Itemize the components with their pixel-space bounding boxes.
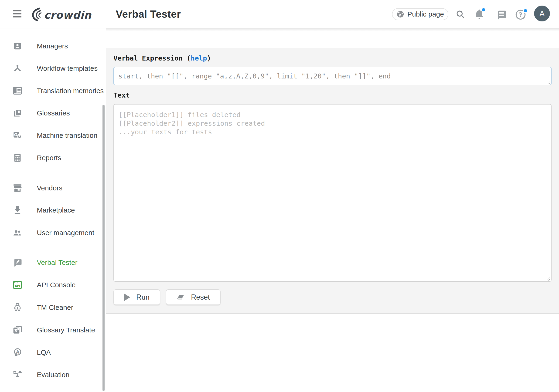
verbal-tester-panel: Verbal Expression (help) start, then "[[…: [106, 48, 559, 314]
sidebar-item-glossaries[interactable]: Glossaries: [0, 105, 102, 121]
svg-text:crowdin: crowdin: [44, 9, 92, 21]
sidebar-item-label: Workflow templates: [37, 64, 98, 73]
sidebar-item-machine-translation[interactable]: G Machine translation: [0, 128, 102, 143]
play-icon: [124, 293, 130, 301]
sidebar-item-label: Reports: [37, 154, 61, 162]
sidebar-item-reports[interactable]: Reports: [0, 150, 102, 165]
expression-label-suffix: ): [207, 54, 211, 62]
globe-icon: [396, 10, 404, 18]
sidebar-item-label: Translation memories: [37, 87, 104, 95]
notifications-icon[interactable]: [474, 8, 485, 20]
calculator-icon: [13, 153, 22, 163]
sidebar-item-label: Glossary Translate: [37, 326, 95, 334]
svg-text:API: API: [15, 284, 20, 288]
download-icon: [13, 206, 22, 215]
sidebar-item-label: Marketplace: [37, 206, 75, 214]
text-placeholder-line: [[Placeholder1]] files deleted: [119, 110, 551, 119]
header-shadow: [106, 28, 559, 31]
sidebar-item-api-console[interactable]: API API Console: [0, 277, 102, 293]
main-content: Verbal Expression (help) start, then "[[…: [106, 28, 559, 392]
public-page-button[interactable]: Public page: [392, 8, 448, 20]
text-caret: [118, 72, 118, 81]
help-link[interactable]: help: [191, 54, 207, 62]
expression-label-prefix: Verbal Expression (: [113, 54, 191, 62]
sidebar-divider: [10, 174, 90, 174]
sidebar-item-tm-cleaner[interactable]: TM Cleaner: [0, 300, 102, 315]
sidebar-scrollbar[interactable]: [102, 105, 105, 391]
expression-input[interactable]: start, then "[[", range "a,z,A,Z,0,9", l…: [113, 67, 551, 85]
svg-text:?: ?: [519, 11, 522, 18]
balance-icon: [13, 370, 22, 379]
resize-grip[interactable]: [547, 277, 550, 281]
test-tube-bubble-icon: [13, 258, 22, 267]
search-icon[interactable]: [455, 9, 465, 19]
sidebar-item-label: API Console: [37, 281, 76, 289]
sidebar-item-label: Verbal Tester: [37, 259, 78, 266]
sidebar-item-label: TM Cleaner: [37, 303, 73, 311]
button-row: Run Reset: [113, 289, 221, 305]
avatar[interactable]: A: [534, 6, 550, 21]
workflow-icon: [13, 64, 22, 73]
sidebar-item-vendors[interactable]: Vendors: [0, 180, 102, 196]
text-placeholder-line: ...your texts for tests: [119, 128, 551, 137]
reset-button-label: Reset: [191, 293, 210, 301]
sidebar-item-evaluation[interactable]: Evaluation: [0, 367, 102, 383]
text-input[interactable]: [[Placeholder1]] files deleted [[Placeho…: [113, 104, 551, 282]
run-button[interactable]: Run: [113, 289, 160, 305]
sidebar-item-user-management[interactable]: User management: [0, 225, 102, 240]
g-translate-icon: G: [13, 131, 22, 140]
brush-icon: [13, 303, 22, 312]
sidebar-item-managers[interactable]: Managers: [0, 38, 102, 54]
svg-text:A: A: [16, 349, 19, 355]
crowdin-logo[interactable]: crowdin: [29, 7, 97, 22]
help-badge: [523, 8, 528, 13]
sidebar-item-marketplace[interactable]: Marketplace: [0, 202, 102, 218]
eraser-icon: [177, 294, 185, 300]
people-icon: [13, 228, 22, 237]
run-button-label: Run: [136, 293, 149, 301]
app-screen: crowdin Verbal Tester Public page ? A: [0, 0, 559, 392]
sidebar-item-label: LQA: [37, 348, 51, 356]
sidebar-item-lqa[interactable]: A LQA: [0, 345, 102, 360]
sidebar-item-glossary-translate[interactable]: Glossary Translate: [0, 322, 102, 338]
sidebar-item-label: Vendors: [37, 184, 62, 192]
top-header: crowdin Verbal Tester Public page ? A: [0, 0, 559, 28]
memory-card-icon: [13, 86, 22, 95]
expression-label: Verbal Expression (help): [113, 54, 211, 62]
sidebar-divider: [10, 248, 90, 248]
svg-text:G: G: [14, 132, 17, 137]
sidebar-item-label: Glossaries: [37, 109, 70, 117]
text-placeholder-line: [[Placeholder2]] expressions created: [119, 119, 551, 128]
public-page-label: Public page: [407, 10, 444, 18]
page-title: Verbal Tester: [116, 8, 181, 20]
help-icon[interactable]: ?: [515, 9, 526, 20]
api-console-icon: API: [13, 280, 22, 290]
menu-icon[interactable]: [13, 10, 21, 18]
messages-icon[interactable]: [496, 9, 507, 20]
reset-button[interactable]: Reset: [166, 289, 221, 305]
notifications-badge: [481, 8, 486, 12]
bookmark-book-icon: [13, 109, 22, 118]
lqa-magnifier-icon: A: [13, 348, 22, 357]
glossary-translate-icon: [13, 325, 22, 335]
sidebar-item-label: User management: [37, 229, 94, 237]
account-box-icon: [13, 41, 22, 51]
text-label: Text: [113, 91, 130, 99]
sidebar-item-label: Managers: [37, 42, 68, 50]
sidebar-item-verbal-tester[interactable]: Verbal Tester: [0, 255, 102, 270]
sidebar-item-workflow-templates[interactable]: Workflow templates: [0, 61, 102, 76]
sidebar-item-translation-memories[interactable]: Translation memories: [0, 83, 102, 99]
storefront-icon: [13, 183, 22, 193]
sidebar: Managers Workflow templates Translation …: [0, 28, 106, 392]
sidebar-item-label: Machine translation: [37, 132, 97, 139]
expression-placeholder: start, then "[[", range "a,z,A,Z,0,9", l…: [118, 72, 391, 80]
resize-grip[interactable]: [547, 80, 550, 84]
sidebar-item-label: Evaluation: [37, 371, 69, 379]
